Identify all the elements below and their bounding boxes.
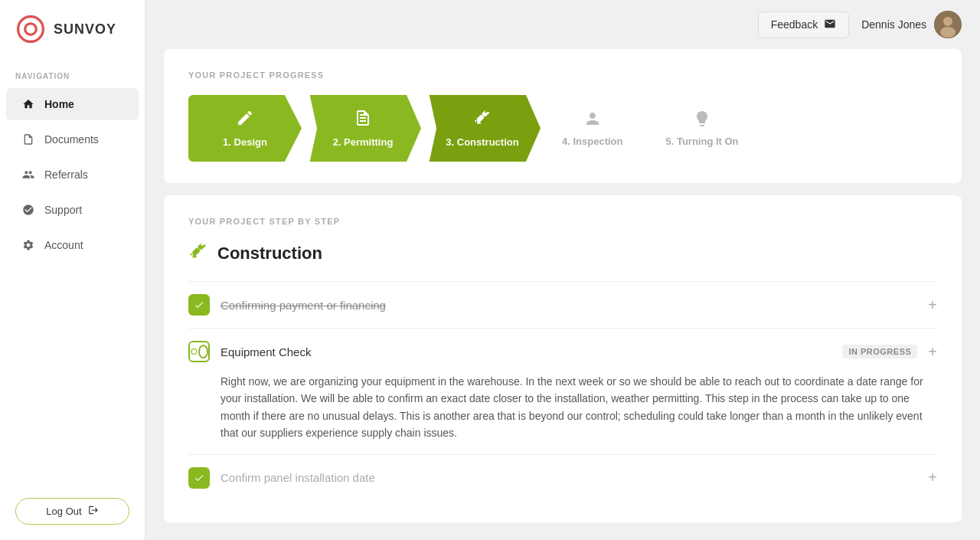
task-equipment-expand[interactable]: + bbox=[928, 343, 937, 361]
construction-step-label: 3. Construction bbox=[446, 136, 518, 148]
turning-on-step-label: 5. Turning It On bbox=[665, 136, 738, 147]
current-phase-title: Construction bbox=[217, 244, 322, 263]
user-avatar bbox=[934, 11, 962, 38]
design-step-icon bbox=[236, 109, 254, 132]
step-turning-it-on: 5. Turning It On bbox=[644, 95, 760, 162]
svg-point-0 bbox=[17, 15, 44, 43]
logout-label: Log Out bbox=[46, 506, 81, 517]
home-icon bbox=[21, 97, 35, 111]
current-phase-header: Construction bbox=[188, 241, 937, 266]
inspection-step-label: 4. Inspection bbox=[562, 136, 622, 147]
sidebar-item-support[interactable]: Support bbox=[6, 194, 139, 226]
user-name: Dennis Jones bbox=[861, 18, 926, 31]
sidebar: SUNVOY NAVIGATION Home Documents Referra… bbox=[0, 0, 145, 540]
nav-section-label: NAVIGATION bbox=[0, 58, 145, 87]
task-payment-header: Confirming payment or financing + bbox=[188, 294, 937, 316]
feedback-button[interactable]: Feedback bbox=[758, 11, 849, 38]
sidebar-item-referrals[interactable]: Referrals bbox=[6, 159, 139, 191]
sunvoy-logo-icon bbox=[15, 14, 46, 44]
task-payment: Confirming payment or financing + bbox=[188, 281, 937, 328]
main-content: Feedback Dennis Jones YOUR PROJECT PROGR… bbox=[145, 0, 980, 540]
task-payment-expand[interactable]: + bbox=[928, 296, 937, 314]
svg-point-3 bbox=[940, 27, 956, 38]
sidebar-item-account[interactable]: Account bbox=[6, 229, 139, 261]
task-equipment-badge: IN PROGRESS bbox=[842, 345, 917, 358]
current-phase-icon bbox=[188, 241, 208, 266]
logo-area: SUNVOY bbox=[0, 0, 145, 58]
documents-icon bbox=[21, 133, 35, 146]
app-name: SUNVOY bbox=[54, 21, 116, 38]
svg-point-4 bbox=[191, 349, 197, 354]
step-inspection: 4. Inspection bbox=[541, 95, 644, 162]
task-panel-date-header: Confirm panel installation date + bbox=[188, 467, 937, 489]
step-by-step-card: YOUR PROJECT STEP BY STEP Construction C… bbox=[164, 195, 962, 522]
sidebar-item-support-label: Support bbox=[44, 204, 82, 216]
task-equipment-checkbox[interactable] bbox=[188, 341, 210, 362]
account-icon bbox=[21, 238, 35, 252]
task-equipment-title: Equipment Check bbox=[220, 345, 835, 358]
task-panel-date-checkbox[interactable] bbox=[188, 467, 210, 489]
nav-menu: Home Documents Referrals Support Account bbox=[0, 87, 145, 483]
user-info: Dennis Jones bbox=[861, 11, 962, 38]
sidebar-item-account-label: Account bbox=[44, 239, 83, 251]
logout-button[interactable]: Log Out bbox=[15, 498, 129, 525]
step-design: 1. Design bbox=[188, 95, 302, 162]
referrals-icon bbox=[21, 168, 35, 182]
progress-steps: 1. Design 2. Permitting bbox=[188, 95, 937, 162]
mail-icon bbox=[824, 18, 836, 32]
inspection-step-icon bbox=[583, 110, 602, 131]
support-icon bbox=[21, 203, 35, 217]
turning-on-step-icon bbox=[693, 110, 711, 131]
logout-icon bbox=[88, 505, 99, 518]
construction-step-icon bbox=[473, 109, 492, 132]
step-permitting: 2. Permitting bbox=[300, 95, 421, 162]
task-panel-date-expand[interactable]: + bbox=[928, 469, 937, 486]
progress-card: YOUR PROJECT PROGRESS 1. Design bbox=[164, 49, 962, 183]
task-equipment: Equipment Check IN PROGRESS + Right now,… bbox=[188, 328, 937, 454]
task-panel-date-title: Confirm panel installation date bbox=[220, 471, 917, 484]
step-by-step-section-label: YOUR PROJECT STEP BY STEP bbox=[188, 217, 937, 226]
permitting-step-icon bbox=[354, 109, 372, 132]
page-content: YOUR PROJECT PROGRESS 1. Design bbox=[145, 49, 980, 540]
task-panel-date: Confirm panel installation date + bbox=[188, 454, 937, 501]
sidebar-item-documents[interactable]: Documents bbox=[6, 123, 139, 155]
svg-point-2 bbox=[943, 17, 952, 26]
permitting-step-label: 2. Permitting bbox=[333, 136, 394, 148]
feedback-label: Feedback bbox=[771, 18, 818, 31]
task-equipment-description: Right now, we are organizing your equipm… bbox=[220, 373, 937, 442]
design-step-label: 1. Design bbox=[223, 136, 267, 148]
sidebar-item-home[interactable]: Home bbox=[6, 88, 139, 120]
task-equipment-header: Equipment Check IN PROGRESS + bbox=[188, 341, 937, 362]
step-construction: 3. Construction bbox=[420, 95, 541, 162]
sidebar-item-documents-label: Documents bbox=[44, 133, 99, 146]
task-payment-checkbox[interactable] bbox=[188, 294, 210, 316]
logout-area: Log Out bbox=[0, 483, 145, 540]
progress-section-label: YOUR PROJECT PROGRESS bbox=[188, 70, 937, 80]
sidebar-item-referrals-label: Referrals bbox=[44, 169, 88, 181]
topbar: Feedback Dennis Jones bbox=[145, 0, 980, 49]
task-payment-title: Confirming payment or financing bbox=[220, 299, 917, 312]
sidebar-item-home-label: Home bbox=[44, 98, 74, 110]
